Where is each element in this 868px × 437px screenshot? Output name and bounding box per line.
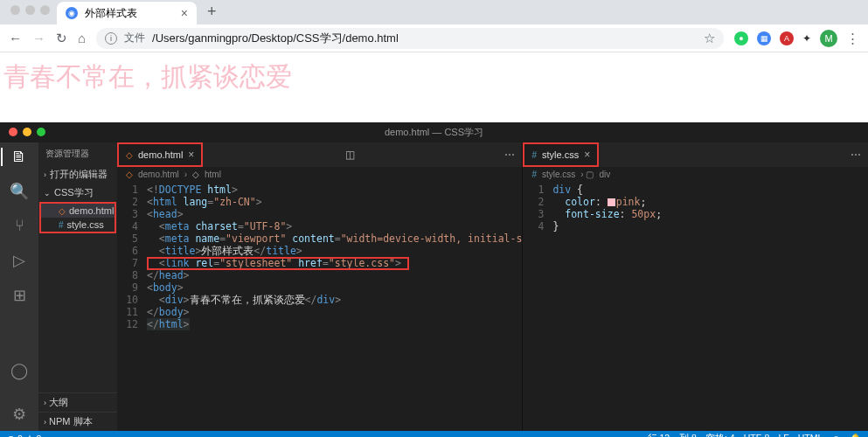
status-bar: ⊘ 0 ⚠ 0 行 12，列 8 空格: 4 UTF-8 LF HTML ☺ 🔔 <box>0 431 868 437</box>
zoom-dot[interactable] <box>37 128 45 136</box>
puzzle-icon[interactable]: ✦ <box>802 32 811 45</box>
more-icon[interactable]: ⋯ <box>497 149 522 161</box>
menu-icon[interactable]: ⋮ <box>846 31 859 46</box>
browser-tab[interactable]: ◉ 外部样式表 × <box>57 2 197 24</box>
close-icon[interactable]: × <box>181 6 188 20</box>
file-demo-html[interactable]: ◇demo.html <box>41 204 115 218</box>
status-eol[interactable]: LF <box>778 433 788 437</box>
star-icon[interactable]: ☆ <box>704 31 715 46</box>
code-editor[interactable]: 1234 div { color: pink; font-size: 50px;… <box>523 182 868 431</box>
minimize-dot[interactable] <box>23 128 31 136</box>
status-encoding[interactable]: UTF-8 <box>744 433 770 437</box>
highlight-link-line <box>147 257 409 270</box>
explorer-title: 资源管理器 <box>38 142 117 165</box>
translate-icon[interactable]: ▦ <box>757 31 771 45</box>
split-icon[interactable]: ◫ <box>338 149 362 161</box>
status-lang[interactable]: HTML <box>798 433 823 437</box>
tab-demo-html[interactable]: ◇demo.html× <box>117 142 203 167</box>
close-dot[interactable] <box>10 5 20 15</box>
account-icon[interactable]: ◯ <box>10 361 28 380</box>
vscode-window: demo.html — CSS学习 🗎 🔍 ⑂ ▷ ⊞ ◯ ⚙ 资源管理器 ›打… <box>0 122 868 437</box>
code-editor[interactable]: 123456789101112 <!DOCTYPE html> <html la… <box>117 182 522 431</box>
status-spaces[interactable]: 空格: 4 <box>705 433 735 437</box>
globe-icon: ◉ <box>66 7 78 19</box>
adblock-icon[interactable]: A <box>780 31 794 45</box>
minimize-dot[interactable] <box>25 5 35 15</box>
home-button[interactable]: ⌂ <box>78 31 86 45</box>
breadcrumb[interactable]: ◇demo.html › ◇ html <box>117 167 522 182</box>
status-position[interactable]: 行 12，列 8 <box>648 433 697 437</box>
browser-window: ◉ 外部样式表 × + ← → ↻ ⌂ i 文件 /Users/ganmingp… <box>0 0 868 52</box>
outline-section[interactable]: › 大纲 <box>38 392 117 412</box>
url-path: /Users/ganmingpro/Desktop/CSS学习/demo.htm… <box>152 31 399 46</box>
search-icon[interactable]: 🔍 <box>10 182 29 201</box>
bell-icon[interactable]: 🔔 <box>850 433 861 437</box>
close-icon[interactable]: × <box>584 149 590 161</box>
zoom-dot[interactable] <box>40 5 50 15</box>
extensions-icon[interactable]: ⊞ <box>13 286 26 305</box>
activity-bar: 🗎 🔍 ⑂ ▷ ⊞ ◯ ⚙ <box>0 142 38 431</box>
reload-button[interactable]: ↻ <box>56 31 67 46</box>
close-dot[interactable] <box>9 128 17 136</box>
file-style-css[interactable]: #style.css <box>41 218 115 232</box>
sidebar: 资源管理器 ›打开的编辑器 ⌄CSS学习 ◇demo.html #style.c… <box>38 142 117 431</box>
npm-section[interactable]: › NPM 脚本 <box>38 412 117 431</box>
whatsapp-icon[interactable]: ● <box>734 31 748 45</box>
tab-title: 外部样式表 <box>85 6 137 21</box>
close-icon[interactable]: × <box>188 149 194 161</box>
info-icon[interactable]: i <box>105 32 117 45</box>
open-editors-section[interactable]: ›打开的编辑器 <box>38 165 117 184</box>
explorer-icon[interactable]: 🗎 <box>1 148 27 166</box>
url-label: 文件 <box>124 31 145 45</box>
project-section[interactable]: ⌄CSS学习 <box>38 184 117 202</box>
more-icon[interactable]: ⋯ <box>844 149 868 161</box>
profile-avatar[interactable]: M <box>820 30 837 47</box>
back-button[interactable]: ← <box>9 31 22 45</box>
address-bar: ← → ↻ ⌂ i 文件 /Users/ganmingpro/Desktop/C… <box>0 24 868 52</box>
feedback-icon[interactable]: ☺ <box>831 433 841 437</box>
browser-tabbar: ◉ 外部样式表 × + <box>0 0 868 24</box>
settings-icon[interactable]: ⚙ <box>12 405 26 424</box>
url-field[interactable]: i 文件 /Users/ganmingpro/Desktop/CSS学习/dem… <box>96 28 724 49</box>
window-controls <box>7 5 57 20</box>
editor-right: #style.css× ⋯ #style.css › ▢ div 1234 di… <box>523 142 868 431</box>
page-text: 青春不常在，抓紧谈恋爱 <box>3 59 865 95</box>
status-errors[interactable]: ⊘ 0 ⚠ 0 <box>7 434 41 437</box>
editor-left: ◇demo.html× ◫ ⋯ ◇demo.html › ◇ html 1234… <box>117 142 523 431</box>
debug-icon[interactable]: ▷ <box>13 251 25 270</box>
breadcrumb[interactable]: #style.css › ▢ div <box>523 167 868 182</box>
page-content: 青春不常在，抓紧谈恋爱 <box>0 52 868 122</box>
extensions: ● ▦ A ✦ M ⋮ <box>734 30 859 47</box>
vscode-window-controls <box>0 122 54 142</box>
editor-group: ◇demo.html× ◫ ⋯ ◇demo.html › ◇ html 1234… <box>117 142 868 431</box>
vscode-title: demo.html — CSS学习 <box>0 122 868 142</box>
tab-style-css[interactable]: #style.css× <box>523 142 599 167</box>
forward-button[interactable]: → <box>32 31 45 45</box>
new-tab-button[interactable]: + <box>197 3 227 24</box>
source-control-icon[interactable]: ⑂ <box>15 217 24 235</box>
